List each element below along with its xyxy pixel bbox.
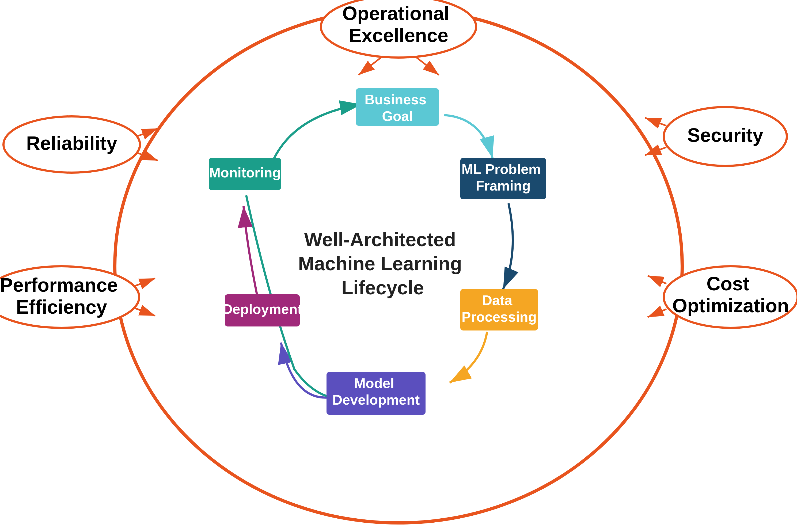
operational-excellence-arrows <box>359 56 439 75</box>
svg-line-13 <box>134 308 155 316</box>
svg-line-17 <box>648 309 666 317</box>
svg-line-15 <box>645 147 666 155</box>
diagram-container: Operational Excellence Reliability Perfo… <box>0 0 797 532</box>
svg-line-14 <box>645 118 666 126</box>
security-label: Security <box>687 125 763 146</box>
svg-line-16 <box>648 276 666 284</box>
svg-line-12 <box>134 278 155 286</box>
center-title: Well-Architected Machine Learning Lifecy… <box>298 229 467 298</box>
monitoring-text: Monitoring <box>209 165 281 180</box>
reliability-label: Reliability <box>26 132 117 154</box>
svg-line-8 <box>359 56 383 75</box>
deployment-text: Deployment <box>222 301 302 317</box>
svg-line-9 <box>415 56 439 75</box>
